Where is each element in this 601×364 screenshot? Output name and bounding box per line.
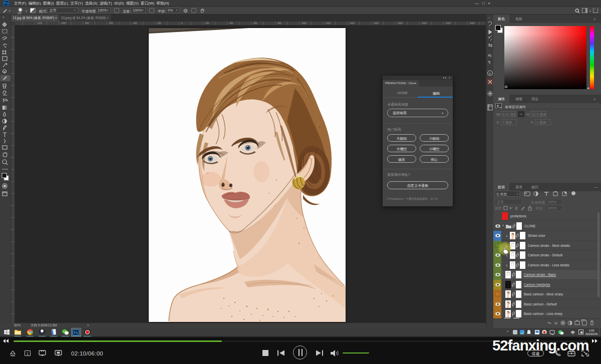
svg-text:fx: fx: [554, 321, 558, 325]
svg-text:»: »: [3, 16, 5, 19]
svg-text:«: «: [488, 16, 490, 19]
svg-text:¶: ¶: [488, 60, 490, 65]
svg-text:A|: A|: [488, 53, 491, 58]
svg-text:A: A: [489, 72, 491, 75]
